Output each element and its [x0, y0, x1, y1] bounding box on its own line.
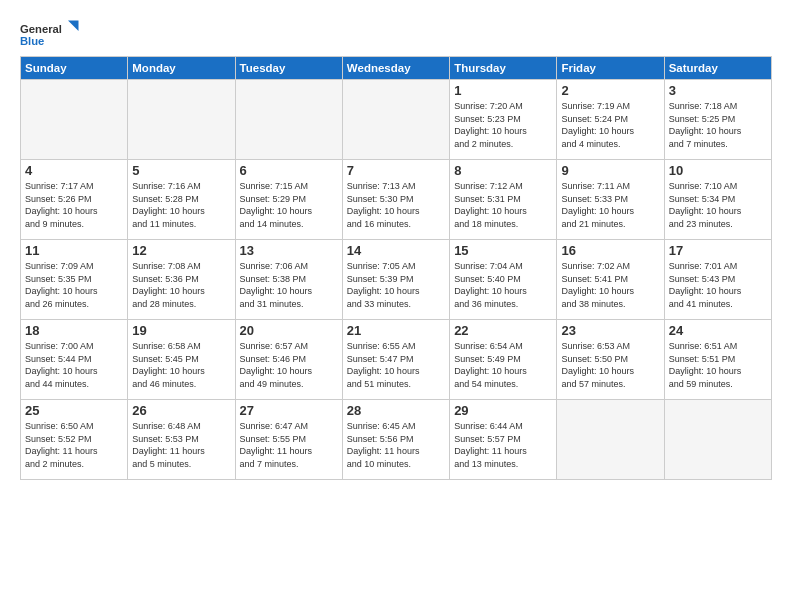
calendar-cell: 22Sunrise: 6:54 AM Sunset: 5:49 PM Dayli… [450, 320, 557, 400]
day-info: Sunrise: 6:47 AM Sunset: 5:55 PM Dayligh… [240, 420, 338, 470]
calendar-cell [342, 80, 449, 160]
day-info: Sunrise: 7:00 AM Sunset: 5:44 PM Dayligh… [25, 340, 123, 390]
day-info: Sunrise: 6:48 AM Sunset: 5:53 PM Dayligh… [132, 420, 230, 470]
day-number: 16 [561, 243, 659, 258]
calendar-cell: 16Sunrise: 7:02 AM Sunset: 5:41 PM Dayli… [557, 240, 664, 320]
day-number: 27 [240, 403, 338, 418]
day-info: Sunrise: 6:53 AM Sunset: 5:50 PM Dayligh… [561, 340, 659, 390]
day-info: Sunrise: 7:13 AM Sunset: 5:30 PM Dayligh… [347, 180, 445, 230]
day-number: 6 [240, 163, 338, 178]
logo-svg: General Blue [20, 16, 80, 52]
calendar-header-row: SundayMondayTuesdayWednesdayThursdayFrid… [21, 57, 772, 80]
calendar-cell: 3Sunrise: 7:18 AM Sunset: 5:25 PM Daylig… [664, 80, 771, 160]
day-info: Sunrise: 6:57 AM Sunset: 5:46 PM Dayligh… [240, 340, 338, 390]
day-info: Sunrise: 6:54 AM Sunset: 5:49 PM Dayligh… [454, 340, 552, 390]
calendar-cell: 11Sunrise: 7:09 AM Sunset: 5:35 PM Dayli… [21, 240, 128, 320]
calendar-cell: 23Sunrise: 6:53 AM Sunset: 5:50 PM Dayli… [557, 320, 664, 400]
calendar: SundayMondayTuesdayWednesdayThursdayFrid… [20, 56, 772, 480]
calendar-day-header: Sunday [21, 57, 128, 80]
day-info: Sunrise: 7:18 AM Sunset: 5:25 PM Dayligh… [669, 100, 767, 150]
day-number: 23 [561, 323, 659, 338]
day-info: Sunrise: 6:55 AM Sunset: 5:47 PM Dayligh… [347, 340, 445, 390]
calendar-cell: 10Sunrise: 7:10 AM Sunset: 5:34 PM Dayli… [664, 160, 771, 240]
day-info: Sunrise: 7:15 AM Sunset: 5:29 PM Dayligh… [240, 180, 338, 230]
day-info: Sunrise: 7:16 AM Sunset: 5:28 PM Dayligh… [132, 180, 230, 230]
calendar-week-row: 25Sunrise: 6:50 AM Sunset: 5:52 PM Dayli… [21, 400, 772, 480]
day-number: 26 [132, 403, 230, 418]
calendar-cell: 14Sunrise: 7:05 AM Sunset: 5:39 PM Dayli… [342, 240, 449, 320]
day-info: Sunrise: 6:45 AM Sunset: 5:56 PM Dayligh… [347, 420, 445, 470]
calendar-cell: 20Sunrise: 6:57 AM Sunset: 5:46 PM Dayli… [235, 320, 342, 400]
page: General Blue SundayMondayTuesdayWednesda… [0, 0, 792, 490]
day-info: Sunrise: 7:02 AM Sunset: 5:41 PM Dayligh… [561, 260, 659, 310]
day-number: 1 [454, 83, 552, 98]
day-info: Sunrise: 6:44 AM Sunset: 5:57 PM Dayligh… [454, 420, 552, 470]
calendar-cell: 24Sunrise: 6:51 AM Sunset: 5:51 PM Dayli… [664, 320, 771, 400]
calendar-week-row: 1Sunrise: 7:20 AM Sunset: 5:23 PM Daylig… [21, 80, 772, 160]
day-number: 24 [669, 323, 767, 338]
day-number: 15 [454, 243, 552, 258]
calendar-cell [557, 400, 664, 480]
day-number: 13 [240, 243, 338, 258]
logo: General Blue [20, 16, 80, 52]
calendar-week-row: 4Sunrise: 7:17 AM Sunset: 5:26 PM Daylig… [21, 160, 772, 240]
calendar-day-header: Monday [128, 57, 235, 80]
calendar-cell: 28Sunrise: 6:45 AM Sunset: 5:56 PM Dayli… [342, 400, 449, 480]
calendar-cell: 25Sunrise: 6:50 AM Sunset: 5:52 PM Dayli… [21, 400, 128, 480]
calendar-cell: 1Sunrise: 7:20 AM Sunset: 5:23 PM Daylig… [450, 80, 557, 160]
svg-text:General: General [20, 23, 62, 35]
calendar-cell: 8Sunrise: 7:12 AM Sunset: 5:31 PM Daylig… [450, 160, 557, 240]
calendar-cell: 19Sunrise: 6:58 AM Sunset: 5:45 PM Dayli… [128, 320, 235, 400]
calendar-cell: 15Sunrise: 7:04 AM Sunset: 5:40 PM Dayli… [450, 240, 557, 320]
calendar-week-row: 18Sunrise: 7:00 AM Sunset: 5:44 PM Dayli… [21, 320, 772, 400]
calendar-day-header: Thursday [450, 57, 557, 80]
calendar-cell: 29Sunrise: 6:44 AM Sunset: 5:57 PM Dayli… [450, 400, 557, 480]
day-number: 20 [240, 323, 338, 338]
svg-text:Blue: Blue [20, 35, 44, 47]
calendar-cell: 7Sunrise: 7:13 AM Sunset: 5:30 PM Daylig… [342, 160, 449, 240]
day-number: 21 [347, 323, 445, 338]
day-info: Sunrise: 7:04 AM Sunset: 5:40 PM Dayligh… [454, 260, 552, 310]
day-info: Sunrise: 7:09 AM Sunset: 5:35 PM Dayligh… [25, 260, 123, 310]
day-info: Sunrise: 7:08 AM Sunset: 5:36 PM Dayligh… [132, 260, 230, 310]
day-info: Sunrise: 7:10 AM Sunset: 5:34 PM Dayligh… [669, 180, 767, 230]
day-number: 14 [347, 243, 445, 258]
calendar-cell: 21Sunrise: 6:55 AM Sunset: 5:47 PM Dayli… [342, 320, 449, 400]
calendar-cell: 5Sunrise: 7:16 AM Sunset: 5:28 PM Daylig… [128, 160, 235, 240]
day-info: Sunrise: 7:20 AM Sunset: 5:23 PM Dayligh… [454, 100, 552, 150]
calendar-cell [128, 80, 235, 160]
day-number: 5 [132, 163, 230, 178]
day-number: 9 [561, 163, 659, 178]
day-number: 22 [454, 323, 552, 338]
calendar-day-header: Wednesday [342, 57, 449, 80]
day-number: 2 [561, 83, 659, 98]
day-number: 17 [669, 243, 767, 258]
calendar-day-header: Tuesday [235, 57, 342, 80]
calendar-cell [235, 80, 342, 160]
day-number: 11 [25, 243, 123, 258]
calendar-cell: 17Sunrise: 7:01 AM Sunset: 5:43 PM Dayli… [664, 240, 771, 320]
day-number: 7 [347, 163, 445, 178]
day-info: Sunrise: 7:19 AM Sunset: 5:24 PM Dayligh… [561, 100, 659, 150]
day-info: Sunrise: 7:17 AM Sunset: 5:26 PM Dayligh… [25, 180, 123, 230]
day-number: 12 [132, 243, 230, 258]
calendar-cell: 6Sunrise: 7:15 AM Sunset: 5:29 PM Daylig… [235, 160, 342, 240]
day-number: 28 [347, 403, 445, 418]
calendar-cell [664, 400, 771, 480]
calendar-cell: 12Sunrise: 7:08 AM Sunset: 5:36 PM Dayli… [128, 240, 235, 320]
calendar-cell: 4Sunrise: 7:17 AM Sunset: 5:26 PM Daylig… [21, 160, 128, 240]
day-info: Sunrise: 7:06 AM Sunset: 5:38 PM Dayligh… [240, 260, 338, 310]
calendar-day-header: Saturday [664, 57, 771, 80]
calendar-cell: 9Sunrise: 7:11 AM Sunset: 5:33 PM Daylig… [557, 160, 664, 240]
day-number: 4 [25, 163, 123, 178]
day-number: 10 [669, 163, 767, 178]
calendar-cell: 18Sunrise: 7:00 AM Sunset: 5:44 PM Dayli… [21, 320, 128, 400]
day-info: Sunrise: 6:51 AM Sunset: 5:51 PM Dayligh… [669, 340, 767, 390]
svg-marker-2 [68, 21, 79, 32]
calendar-cell: 2Sunrise: 7:19 AM Sunset: 5:24 PM Daylig… [557, 80, 664, 160]
day-info: Sunrise: 7:01 AM Sunset: 5:43 PM Dayligh… [669, 260, 767, 310]
calendar-cell [21, 80, 128, 160]
day-info: Sunrise: 6:58 AM Sunset: 5:45 PM Dayligh… [132, 340, 230, 390]
day-info: Sunrise: 7:11 AM Sunset: 5:33 PM Dayligh… [561, 180, 659, 230]
day-number: 19 [132, 323, 230, 338]
